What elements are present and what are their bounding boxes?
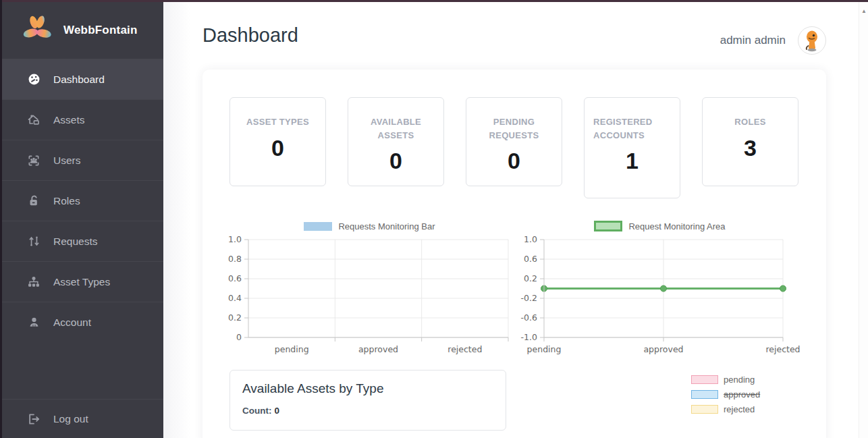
bar-chart-plot: 1.00.80.60.40.20pendingapprovedrejected	[229, 235, 510, 356]
stat-card-roles: ROLES 3	[702, 97, 798, 186]
pie-chart-legend: pending approved rejected	[691, 375, 760, 414]
count-label: Count:	[242, 406, 271, 416]
window-left-edge	[0, 0, 2, 438]
available-assets-count: Count:0	[242, 406, 493, 416]
scrollbar[interactable]: ▲	[859, 2, 868, 438]
sidebar-item-account[interactable]: Account	[0, 302, 163, 342]
svg-text:1.0: 1.0	[524, 234, 537, 244]
svg-text:0.2: 0.2	[524, 273, 537, 283]
svg-text:0: 0	[236, 332, 242, 342]
svg-text:pending: pending	[527, 344, 562, 354]
sidebar: WebbFontain Dashboard A	[0, 2, 163, 438]
user-name[interactable]: admin admin	[720, 34, 786, 47]
request-monitoring-area-chart: Request Monitoring Area 1.00.60.2-0.2-0.…	[520, 219, 800, 356]
sidebar-item-assets[interactable]: Assets	[0, 99, 163, 140]
requests-monitoring-bar-chart: Requests Monitoring Bar 1.00.80.60.40.20…	[229, 219, 510, 356]
stat-label: PENDING REQUESTS	[473, 115, 555, 142]
sidebar-item-label: Account	[53, 317, 91, 329]
sidebar-item-users[interactable]: Users	[0, 140, 163, 180]
sitemap-icon	[27, 275, 40, 289]
stat-card-available-assets: AVAILABLE ASSETS 0	[348, 97, 444, 186]
window-top-strip	[0, 0, 868, 2]
svg-text:-1.0: -1.0	[521, 332, 537, 342]
svg-text:rejected: rejected	[765, 344, 800, 354]
area-chart-plot: 1.00.60.2-0.2-0.6-1.0pendingapprovedreje…	[520, 235, 800, 356]
rejected-label: rejected	[724, 404, 755, 414]
count-value: 0	[274, 406, 279, 416]
page-title: Dashboard	[202, 24, 298, 47]
stat-value: 0	[355, 148, 437, 174]
main-area: Dashboard admin admin ASSET TYPES 0	[163, 2, 859, 438]
svg-text:0.4: 0.4	[228, 293, 242, 303]
svg-text:pending: pending	[275, 344, 309, 354]
area-legend-swatch	[594, 221, 622, 231]
sidebar-item-label: Asset Types	[53, 276, 110, 288]
stat-value: 0	[473, 148, 555, 174]
stat-card-pending-requests: PENDING REQUESTS 0	[466, 97, 562, 186]
pie-legend-row-pending[interactable]: pending	[691, 375, 760, 384]
area-chart-legend[interactable]: Request Monitoring Area	[520, 219, 800, 233]
stat-label: ROLES	[709, 115, 791, 129]
svg-text:approved: approved	[643, 344, 683, 354]
requests-icon	[27, 235, 40, 248]
approved-label: approved	[724, 389, 760, 400]
area-legend-label: Request Monitoring Area	[628, 221, 725, 231]
svg-text:0.8: 0.8	[228, 254, 242, 264]
bar-legend-swatch	[304, 222, 332, 231]
stat-value: 1	[591, 148, 673, 174]
avatar[interactable]	[798, 26, 826, 55]
svg-text:-0.2: -0.2	[521, 293, 537, 303]
users-icon	[27, 154, 40, 167]
sidebar-item-label: Requests	[53, 236, 97, 248]
sidebar-spacer	[0, 342, 163, 399]
pending-label: pending	[724, 375, 755, 385]
approved-swatch	[691, 390, 718, 399]
scroll-up-arrow-icon[interactable]: ▲	[859, 8, 868, 14]
dashboard-content-card: ASSET TYPES 0 AVAILABLE ASSETS 0 PENDING…	[202, 70, 826, 438]
brand: WebbFontain	[0, 2, 163, 59]
svg-text:0.6: 0.6	[228, 273, 242, 283]
available-assets-card: Available Assets by Type Count:0	[229, 370, 506, 431]
logout-icon	[27, 412, 40, 426]
stat-label: REGISTERED ACCOUNTS	[591, 115, 673, 142]
stat-cards-row: ASSET TYPES 0 AVAILABLE ASSETS 0 PENDING…	[229, 97, 798, 198]
stat-value: 0	[237, 135, 319, 161]
stat-card-registered-accounts: REGISTERED ACCOUNTS 1	[584, 97, 680, 198]
rejected-swatch	[691, 405, 718, 414]
bar-legend-label: Requests Monitoring Bar	[338, 221, 435, 231]
butterfly-logo-icon	[22, 13, 53, 47]
svg-text:0.6: 0.6	[524, 254, 537, 264]
stat-label: ASSET TYPES	[237, 115, 319, 129]
stat-value: 3	[709, 135, 791, 161]
sidebar-item-dashboard[interactable]: Dashboard	[0, 59, 163, 99]
sidebar-item-label: Assets	[53, 114, 85, 126]
stat-label: AVAILABLE ASSETS	[355, 115, 437, 142]
sidebar-item-label: Dashboard	[53, 74, 105, 86]
svg-text:approved: approved	[358, 344, 398, 354]
person-icon	[27, 316, 40, 329]
user-box: admin admin	[720, 26, 826, 55]
pending-swatch	[691, 375, 718, 384]
svg-text:-0.6: -0.6	[521, 312, 537, 323]
stat-card-asset-types: ASSET TYPES 0	[229, 97, 326, 186]
sidebar-item-label: Roles	[53, 195, 80, 207]
svg-text:0.2: 0.2	[228, 312, 242, 323]
sidebar-item-label: Users	[53, 155, 80, 167]
sidebar-item-roles[interactable]: Roles	[0, 180, 163, 221]
pie-legend-row-rejected[interactable]: rejected	[691, 405, 760, 414]
sidebar-item-logout[interactable]: Log out	[0, 399, 163, 438]
available-assets-title: Available Assets by Type	[242, 381, 493, 396]
sidebar-item-requests[interactable]: Requests	[0, 221, 163, 261]
sidebar-item-asset-types[interactable]: Asset Types	[0, 261, 163, 302]
pie-legend-row-approved[interactable]: approved	[691, 390, 760, 399]
dashboard-icon	[27, 73, 40, 86]
svg-text:1.0: 1.0	[228, 234, 242, 244]
unlock-icon	[27, 194, 40, 208]
sidebar-item-label: Log out	[53, 413, 88, 425]
assets-icon	[27, 113, 40, 127]
bar-chart-legend[interactable]: Requests Monitoring Bar	[229, 219, 510, 233]
brand-name: WebbFontain	[63, 24, 138, 37]
svg-text:rejected: rejected	[447, 344, 482, 354]
